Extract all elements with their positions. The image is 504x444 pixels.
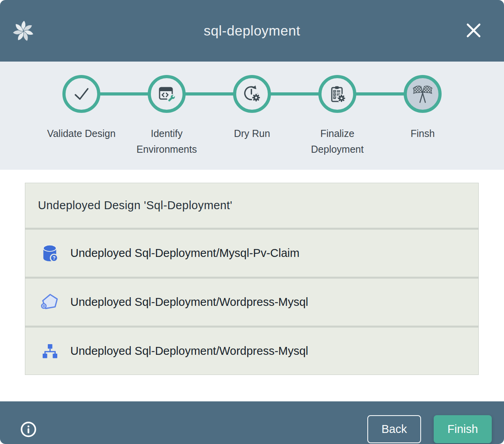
deployment-tree-icon xyxy=(39,341,60,362)
step-identify-environments: Identify Environments xyxy=(124,62,209,157)
list-item-text: Undeployed Sql-Deployment/Wordpress-Mysq… xyxy=(70,345,308,358)
step-label: Finalize Deployment xyxy=(296,126,379,157)
step-label: Dry Run xyxy=(234,126,270,141)
svg-text:?: ? xyxy=(53,255,55,261)
step-label: Validate Design xyxy=(47,126,115,141)
dialog-title: sql-deployment xyxy=(0,0,504,62)
list-item: ? Undeployed Sql-Deployment/Mysql-Pv-Cla… xyxy=(25,230,478,277)
database-icon: ? xyxy=(39,243,60,264)
results-panel: Undeployed Design 'Sql-Deployment' ? Und… xyxy=(0,183,504,401)
deployment-wizard-dialog: sql-deployment Validate Design xyxy=(0,0,504,444)
step-validate-design: Validate Design xyxy=(39,62,124,157)
list-item: Undeployed Sql-Deployment/Wordpress-Mysq… xyxy=(25,279,478,326)
step-finalize-deployment: Finalize Deployment xyxy=(295,62,380,157)
check-icon[interactable] xyxy=(62,75,100,113)
checkered-flags-icon[interactable] xyxy=(404,75,442,113)
step-label: Identify Environments xyxy=(125,126,208,157)
wizard-stepper: Validate Design xyxy=(0,62,504,170)
list-item-text: Undeployed Sql-Deployment/Wordpress-Mysq… xyxy=(70,296,308,309)
undeployed-results-list: Undeployed Design 'Sql-Deployment' ? Und… xyxy=(25,183,479,375)
close-icon[interactable] xyxy=(464,21,483,40)
history-gear-icon[interactable] xyxy=(233,75,271,113)
info-icon[interactable] xyxy=(20,421,37,438)
step-finsh: Finsh xyxy=(380,62,465,157)
list-item: Undeployed Sql-Deployment/Wordpress-Mysq… xyxy=(25,328,478,375)
service-pentagon-icon xyxy=(39,292,60,313)
finish-button[interactable]: Finish xyxy=(434,415,492,443)
step-dry-run: Dry Run xyxy=(209,62,295,157)
clipboard-gear-icon[interactable] xyxy=(318,75,356,113)
dialog-footer: Back Finish xyxy=(0,401,504,444)
step-label: Finsh xyxy=(410,126,434,141)
result-header-row: Undeployed Design 'Sql-Deployment' xyxy=(25,183,478,228)
list-item-text: Undeployed Sql-Deployment/Mysql-Pv-Claim xyxy=(70,247,299,260)
code-wrench-icon[interactable] xyxy=(148,75,186,113)
back-button[interactable]: Back xyxy=(367,415,421,443)
dialog-header: sql-deployment xyxy=(0,0,504,62)
